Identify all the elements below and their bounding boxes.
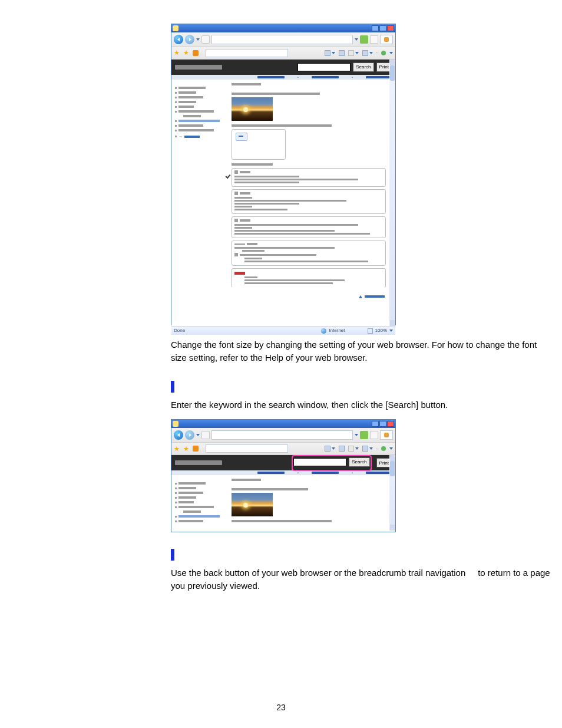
- vertical-scrollbar[interactable]: [389, 60, 395, 326]
- nav-item[interactable]: [175, 91, 227, 94]
- nav-item[interactable]: [175, 129, 227, 131]
- favorites-star-icon[interactable]: ★: [174, 444, 180, 453]
- address-input[interactable]: [212, 435, 355, 443]
- option-panel: [232, 241, 386, 266]
- feed-icon[interactable]: [193, 446, 199, 452]
- nav-item[interactable]: [175, 501, 227, 503]
- stop-button[interactable]: [370, 35, 378, 44]
- back-button[interactable]: [174, 35, 183, 44]
- home-menu[interactable]: [325, 50, 335, 56]
- maximize-button[interactable]: [379, 421, 386, 427]
- nav-subitem[interactable]: [180, 510, 227, 513]
- close-button[interactable]: [387, 25, 394, 31]
- scrollbar-thumb[interactable]: [390, 461, 395, 476]
- safety-separator: ·: [376, 50, 378, 56]
- forward-button[interactable]: [185, 35, 194, 44]
- feeds-menu[interactable]: [339, 50, 345, 56]
- globe-icon: [321, 328, 326, 334]
- scroll-down-arrow[interactable]: [390, 320, 395, 326]
- paragraph-font-size: Change the font size by changing the set…: [171, 338, 550, 364]
- favorites-star-icon[interactable]: ★: [174, 48, 180, 57]
- status-zone: Internet: [329, 327, 345, 334]
- nav-item[interactable]: [175, 492, 227, 494]
- vertical-scrollbar[interactable]: [389, 455, 395, 531]
- refresh-button[interactable]: [360, 35, 368, 44]
- nav-item[interactable]: [175, 520, 227, 522]
- breadcrumb-line: [232, 83, 261, 85]
- nav-item[interactable]: [175, 506, 227, 508]
- minimize-button[interactable]: [372, 421, 379, 427]
- nav-pill[interactable]: [312, 472, 339, 474]
- option-panel: [232, 168, 386, 187]
- scroll-up-arrow[interactable]: [390, 455, 395, 461]
- feed-icon[interactable]: [193, 50, 199, 56]
- browser-screenshot-2: ★ ★ ·: [171, 419, 396, 532]
- refresh-button[interactable]: [360, 431, 368, 439]
- nav-item-active[interactable]: [175, 515, 227, 518]
- add-favorite-icon[interactable]: ★: [183, 444, 189, 453]
- nav-item[interactable]: [175, 482, 227, 485]
- site-search-button[interactable]: Search: [353, 62, 373, 72]
- page-title-line: [232, 93, 320, 95]
- add-favorite-icon[interactable]: ★: [183, 48, 189, 57]
- bullet-icon: [234, 192, 238, 195]
- nav-item[interactable]: [175, 106, 227, 108]
- safety-icon[interactable]: [381, 51, 386, 55]
- nav-more-link[interactable]: →: [175, 134, 227, 140]
- site-search-input[interactable]: [297, 63, 351, 71]
- feeds-menu[interactable]: [339, 446, 345, 452]
- site-search-input[interactable]: [293, 458, 346, 466]
- minimize-button[interactable]: [372, 25, 379, 31]
- heading-line: [232, 124, 332, 127]
- ie-command-toolbar: ★ ★ ·: [171, 47, 395, 60]
- site-search-button[interactable]: Search: [349, 457, 369, 467]
- scrollbar-thumb[interactable]: [390, 65, 395, 81]
- nav-pill[interactable]: [257, 472, 285, 474]
- stop-button[interactable]: [370, 431, 378, 439]
- address-input[interactable]: [212, 39, 355, 48]
- print-menu[interactable]: [348, 50, 359, 56]
- live-search-box[interactable]: [380, 430, 393, 440]
- maximize-button[interactable]: [379, 25, 386, 31]
- nav-pill[interactable]: [312, 76, 339, 78]
- nav-item[interactable]: [175, 496, 227, 499]
- nav-item[interactable]: [175, 96, 227, 98]
- scroll-down-arrow[interactable]: [390, 525, 395, 531]
- page-viewport: Search Print • •: [171, 60, 395, 326]
- nav-item-active[interactable]: [175, 120, 227, 122]
- address-bar[interactable]: [211, 430, 353, 440]
- nav-item[interactable]: [175, 101, 227, 103]
- nav-item[interactable]: [175, 124, 227, 127]
- nav-item[interactable]: [175, 110, 227, 113]
- page-menu[interactable]: [362, 446, 373, 452]
- browser-screenshot-1: ★ ★ · Sea: [171, 24, 396, 325]
- scroll-up-arrow[interactable]: [390, 60, 395, 65]
- page-menu[interactable]: [362, 50, 373, 56]
- nav-history-dropdown[interactable]: [196, 38, 200, 41]
- nav-item[interactable]: [175, 487, 227, 489]
- nav-subitem[interactable]: [180, 115, 227, 117]
- nav-pill[interactable]: [257, 76, 285, 78]
- tab[interactable]: [206, 49, 288, 57]
- nav-item[interactable]: [175, 87, 227, 89]
- address-dropdown[interactable]: [355, 434, 358, 436]
- tab[interactable]: [206, 444, 288, 453]
- nav-history-dropdown[interactable]: [196, 434, 200, 436]
- safety-icon[interactable]: [381, 446, 386, 451]
- tools-menu[interactable]: [389, 52, 393, 54]
- tools-menu[interactable]: [389, 447, 393, 450]
- page-top-link[interactable]: [232, 289, 385, 302]
- forward-button[interactable]: [185, 430, 194, 440]
- status-done: Done: [174, 327, 185, 334]
- close-button[interactable]: [387, 421, 394, 427]
- print-menu[interactable]: [348, 446, 359, 452]
- home-menu[interactable]: [325, 446, 335, 452]
- status-zoom: 100%: [375, 327, 387, 334]
- back-button[interactable]: [174, 430, 183, 440]
- zoom-dropdown[interactable]: [389, 330, 393, 332]
- zoom-icon[interactable]: [368, 328, 373, 334]
- live-search-box[interactable]: [380, 35, 393, 44]
- address-bar[interactable]: [211, 35, 353, 44]
- caption-line: [232, 163, 273, 166]
- address-dropdown[interactable]: [355, 38, 358, 41]
